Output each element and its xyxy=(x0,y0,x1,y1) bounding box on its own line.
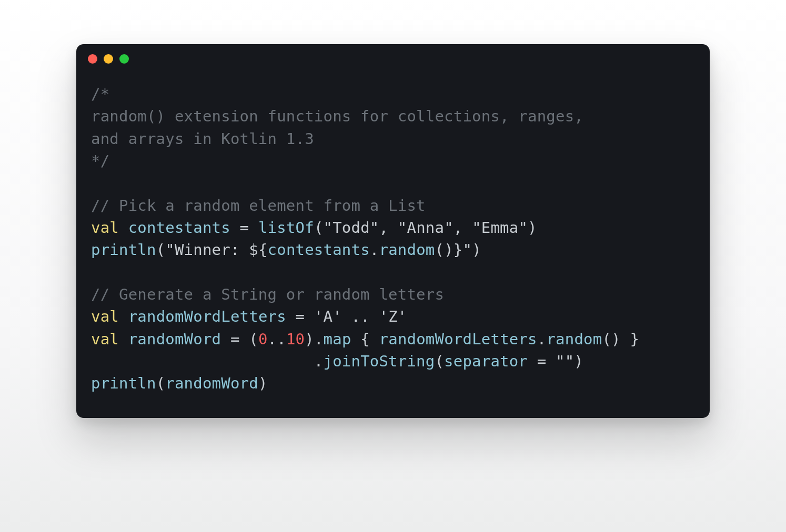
interp-open: ${ xyxy=(249,241,267,259)
brace-open: { xyxy=(351,330,379,348)
string-empty: "" xyxy=(556,352,574,370)
punct-empty-call: () xyxy=(602,330,620,348)
window-zoom-icon[interactable] xyxy=(119,54,129,64)
fn-listof: listOf xyxy=(258,219,314,237)
fn-joinToString: joinToString xyxy=(324,352,435,370)
keyword-val: val xyxy=(91,219,119,237)
indent-join xyxy=(91,352,314,370)
ident-contestants2: contestants xyxy=(268,241,370,259)
char-a: 'A' xyxy=(314,308,342,325)
punct-dot: . xyxy=(537,330,547,348)
comment-line-1: // Pick a random element from a List xyxy=(91,197,426,214)
code-area: /* random() extension functions for coll… xyxy=(76,74,710,418)
punct-empty-call: () xyxy=(435,241,453,259)
window-close-icon[interactable] xyxy=(88,54,97,64)
ident-randomWord-arg: randomWord xyxy=(165,374,258,392)
punct-pc: ) xyxy=(258,374,268,392)
punct-pc: ) xyxy=(528,219,537,237)
ident-randomWord: randomWord xyxy=(128,330,221,348)
punct-dot: . xyxy=(314,330,324,348)
code-window: /* random() extension functions for coll… xyxy=(76,44,710,418)
punct-po: ( xyxy=(156,374,166,392)
string-winner-open: "Winner: xyxy=(165,241,249,259)
window-minimize-icon[interactable] xyxy=(104,54,113,64)
keyword-val: val xyxy=(91,308,119,325)
string-anna: "Anna" xyxy=(398,219,454,237)
comment-block-line1: random() extension functions for collect… xyxy=(91,107,583,125)
punct-po: ( xyxy=(435,352,444,370)
punct-po: ( xyxy=(249,330,258,348)
num-10: 10 xyxy=(286,330,305,348)
brace-close: } xyxy=(621,330,639,348)
punct-pc: ) xyxy=(472,241,481,259)
ident-randomWordLetters2: randomWordLetters xyxy=(379,330,537,348)
punct-eq: = xyxy=(221,330,249,348)
punct-eq: = xyxy=(528,352,556,370)
range-op-spaced: .. xyxy=(342,308,379,325)
comment-block-open: /* xyxy=(91,85,109,103)
window-titlebar xyxy=(76,44,710,74)
punct-comma: , xyxy=(379,219,398,237)
punct-po: ( xyxy=(314,219,324,237)
fn-random: random xyxy=(546,330,602,348)
punct-dot: . xyxy=(314,352,324,370)
keyword-val: val xyxy=(91,330,119,348)
fn-random: random xyxy=(379,241,435,259)
range-op: .. xyxy=(268,330,286,348)
ident-contestants: contestants xyxy=(128,219,230,237)
punct-pc: ) xyxy=(305,330,314,348)
punct-po: ( xyxy=(156,241,166,259)
punct-eq: = xyxy=(230,219,258,237)
string-emma: "Emma" xyxy=(472,219,528,237)
punct-eq: = xyxy=(286,308,314,325)
punct-pc: ) xyxy=(574,352,583,370)
char-z: 'Z' xyxy=(379,308,407,325)
comment-block-line2: and arrays in Kotlin 1.3 xyxy=(91,130,314,148)
num-0: 0 xyxy=(258,330,268,348)
punct-comma: , xyxy=(454,219,472,237)
comment-block-close: */ xyxy=(91,152,109,170)
page-stage: /* random() extension functions for coll… xyxy=(0,0,786,532)
interp-close: } xyxy=(454,241,463,259)
string-close-quote: " xyxy=(462,241,472,259)
comment-line-2: // Generate a String or random letters xyxy=(91,285,444,303)
string-todd: "Todd" xyxy=(324,219,379,237)
ident-randomWordLetters: randomWordLetters xyxy=(128,308,286,325)
ident-separator: separator xyxy=(444,352,528,370)
fn-println: println xyxy=(91,241,156,259)
fn-println: println xyxy=(91,374,156,392)
fn-map: map xyxy=(324,330,351,348)
code-block: /* random() extension functions for coll… xyxy=(91,83,695,395)
punct-dot: . xyxy=(370,241,379,259)
